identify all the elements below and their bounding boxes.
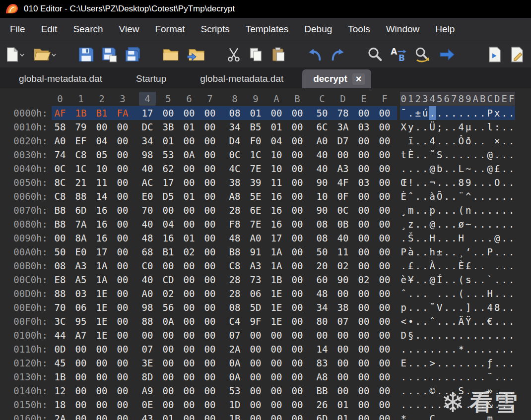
ascii-char[interactable]: Œ xyxy=(400,176,407,189)
hex-byte[interactable]: C8 xyxy=(72,148,89,162)
ascii-char[interactable]: . xyxy=(472,398,479,412)
hex-byte[interactable]: 02 xyxy=(181,245,198,259)
ascii-char[interactable]: à xyxy=(429,189,436,203)
ascii-char[interactable]: ¸ xyxy=(400,203,407,217)
hex-byte[interactable]: 00 xyxy=(376,176,393,189)
hex-byte[interactable]: 00 xyxy=(114,287,131,300)
ascii-char[interactable]: . xyxy=(494,370,501,384)
ascii-char[interactable]: . xyxy=(494,412,501,420)
hex-byte[interactable]: 00 xyxy=(181,287,198,300)
hex-byte[interactable]: 1E xyxy=(93,287,110,300)
ascii-char[interactable]: . xyxy=(508,370,516,384)
hex-byte[interactable]: 14 xyxy=(314,342,331,356)
hex-byte[interactable]: A3 xyxy=(334,162,351,176)
ascii-char[interactable]: . xyxy=(501,384,508,398)
hex-byte[interactable]: 14 xyxy=(93,189,110,203)
hex-byte[interactable]: 00 xyxy=(334,328,351,342)
hex-byte[interactable]: 17 xyxy=(268,231,285,245)
ascii-char[interactable]: . xyxy=(486,231,494,245)
ascii-char[interactable]: . xyxy=(494,203,501,217)
find-button[interactable] xyxy=(367,47,383,62)
hex-byte[interactable]: 45 xyxy=(52,356,68,370)
hex-byte[interactable]: 00 xyxy=(376,106,393,120)
ascii-char[interactable]: . xyxy=(429,398,436,412)
ascii-char[interactable]: . xyxy=(436,384,444,398)
menu-item-tools[interactable]: Tools xyxy=(340,24,378,35)
ascii-char[interactable]: ˜ xyxy=(429,300,436,314)
ascii-char[interactable]: . xyxy=(422,300,429,314)
hex-byte[interactable]: FA xyxy=(114,106,131,120)
hex-byte[interactable]: 00 xyxy=(355,148,372,162)
ascii-char[interactable]: ~ xyxy=(465,217,472,231)
ascii-char[interactable]: S xyxy=(458,384,465,398)
hex-byte[interactable]: 00 xyxy=(376,162,393,176)
hex-byte[interactable]: 00 xyxy=(72,342,89,356)
ascii-char[interactable]: × xyxy=(494,134,501,148)
ascii-char[interactable]: . xyxy=(451,106,458,120)
hex-byte[interactable]: 00 xyxy=(201,328,218,342)
hex-byte[interactable]: 88 xyxy=(139,314,156,328)
ascii-char[interactable]: . xyxy=(458,370,465,384)
ascii-char[interactable]: Í xyxy=(436,273,444,287)
hex-byte[interactable]: 00 xyxy=(355,231,372,245)
hex-byte[interactable]: 1E xyxy=(268,300,285,314)
hex-byte[interactable]: 11 xyxy=(93,176,110,189)
hex-byte[interactable]: 00 xyxy=(139,328,156,342)
ascii-char[interactable]: . xyxy=(508,176,516,189)
ascii-char[interactable]: . xyxy=(443,189,451,203)
hex-byte[interactable]: 95 xyxy=(72,314,89,328)
ascii-char[interactable]: . xyxy=(443,203,451,217)
hex-byte[interactable]: 00 xyxy=(181,273,198,287)
ascii-char[interactable]: . xyxy=(494,259,501,273)
hex-byte[interactable]: A8 xyxy=(226,189,243,203)
hex-byte[interactable]: 98 xyxy=(139,300,156,314)
ascii-char[interactable]: . xyxy=(472,328,479,342)
ascii-char[interactable] xyxy=(400,134,407,148)
hex-byte[interactable]: 8A xyxy=(72,231,89,245)
hex-byte[interactable]: 06 xyxy=(247,287,264,300)
ascii-char[interactable]: . xyxy=(422,203,429,217)
ascii-char[interactable]: . xyxy=(422,342,429,356)
hex-byte[interactable]: 00 xyxy=(114,356,131,370)
hex-byte[interactable]: 40 xyxy=(334,231,351,245)
hex-byte[interactable]: 00 xyxy=(201,273,218,287)
ascii-char[interactable]: . xyxy=(465,148,472,162)
ascii-char[interactable]: . xyxy=(465,106,472,120)
ascii-char[interactable]: . xyxy=(400,398,407,412)
ascii-char[interactable]: . xyxy=(414,300,422,314)
ascii-char[interactable]: P xyxy=(400,245,407,259)
ascii-char[interactable]: . xyxy=(443,356,451,370)
hex-byte[interactable]: 00 xyxy=(201,287,218,300)
ascii-char[interactable]: m xyxy=(486,412,494,420)
hex-byte[interactable]: 50 xyxy=(314,245,331,259)
ascii-char[interactable]: Ÿ xyxy=(465,314,472,328)
hex-byte[interactable]: 3B xyxy=(160,120,177,134)
hex-byte[interactable]: A0 xyxy=(52,134,68,148)
ascii-char[interactable]: è xyxy=(400,273,407,287)
ascii-char[interactable]: . xyxy=(400,342,407,356)
ascii-char[interactable]: ˜ xyxy=(429,148,436,162)
hex-byte[interactable]: 00 xyxy=(114,245,131,259)
hex-byte[interactable]: 5D xyxy=(247,300,264,314)
ascii-char[interactable]: € xyxy=(486,314,494,328)
ascii-char[interactable]: . xyxy=(443,259,451,273)
hex-byte[interactable]: 60 xyxy=(314,273,331,287)
hex-byte[interactable]: 78 xyxy=(334,106,351,120)
ascii-char[interactable]: . xyxy=(451,328,458,342)
hex-byte[interactable]: 00 xyxy=(289,134,306,148)
ascii-char[interactable]: . xyxy=(501,217,508,231)
hex-byte[interactable]: 00 xyxy=(201,189,218,203)
hex-byte[interactable]: F0 xyxy=(247,134,264,148)
hex-byte[interactable]: 00 xyxy=(181,176,198,189)
menu-item-file[interactable]: File xyxy=(2,24,33,35)
ascii-char[interactable]: È xyxy=(458,259,465,273)
hex-byte[interactable]: 0D xyxy=(52,342,68,356)
hex-byte[interactable]: 3C xyxy=(52,314,68,328)
ascii-char[interactable]: . xyxy=(472,356,479,370)
hex-byte[interactable]: A3 xyxy=(72,259,89,273)
ascii-char[interactable]: à xyxy=(407,245,415,259)
menu-item-format[interactable]: Format xyxy=(147,24,193,35)
hex-byte[interactable]: 2A xyxy=(226,342,243,356)
ascii-char[interactable]: . xyxy=(465,328,472,342)
hex-byte[interactable]: 16 xyxy=(268,189,285,203)
